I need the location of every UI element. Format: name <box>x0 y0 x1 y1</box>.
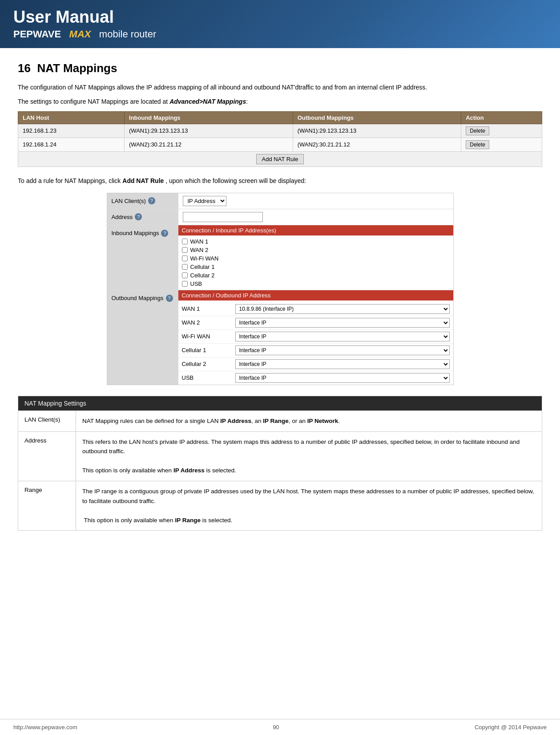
settings-desc-lan: NAT Mapping rules can be defined for a s… <box>76 410 542 431</box>
inbound-wifi-checkbox[interactable] <box>182 256 188 261</box>
outbound-cell2-select[interactable]: Interface IP <box>235 359 450 369</box>
inbound-cell1-checkbox[interactable] <box>182 264 188 270</box>
nat-settings-table: NAT Mapping Settings LAN Client(s) NAT M… <box>18 396 542 531</box>
settings-desc-address: This refers to the LAN host's private IP… <box>76 431 542 481</box>
outbound-cell2-select-wrap: Interface IP <box>235 359 450 369</box>
settings-row-lan-clients: LAN Client(s) NAT Mapping rules can be d… <box>18 410 542 431</box>
page-footer: http://www.pepwave.com 90 Copyright @ 20… <box>0 719 560 735</box>
outbound-cell2-row: Cellular 2 Interface IP <box>178 357 453 371</box>
outbound-cell1-select[interactable]: Interface IP <box>235 345 450 355</box>
address-input[interactable] <box>183 212 263 222</box>
table-row: 192.168.1.23 (WAN1):29.123.123.13 (WAN1)… <box>18 124 542 138</box>
inbound-wan1-checkbox[interactable] <box>182 239 188 244</box>
inbound-usb-row: USB <box>178 280 453 290</box>
col-outbound: Outbound Mappings <box>293 111 461 124</box>
content-outbound: Connection / Outbound IP Address WAN 1 1… <box>178 290 453 385</box>
inbound-wifi-row: Wi-Fi WAN <box>178 254 453 263</box>
inbound-wan2-label: WAN 2 <box>190 247 209 253</box>
inbound-wan1-label: WAN 1 <box>190 238 209 245</box>
inbound-usb-checkbox[interactable] <box>182 281 188 287</box>
settings-label-address: Address <box>18 431 76 481</box>
lan-clients-select[interactable]: IP Address <box>183 196 226 206</box>
label-lan-clients: LAN Client(s) ? <box>107 193 178 209</box>
col-action: Action <box>461 111 542 124</box>
help-icon-outbound[interactable]: ? <box>166 295 173 302</box>
intro-text-part: The settings to configure NAT Mappings a… <box>18 98 169 105</box>
outbound-usb-select-wrap: Interface IP <box>235 373 450 383</box>
settings-header-row: NAT Mapping Settings <box>18 396 542 410</box>
outbound-wan2-select-wrap: Interface IP <box>235 318 450 328</box>
content-address <box>178 209 453 225</box>
outbound-wan2-label: WAN 2 <box>182 319 235 326</box>
settings-label-lan: LAN Client(s) <box>18 410 76 431</box>
label-address: Address ? <box>107 209 178 225</box>
settings-label-range: Range <box>18 481 76 530</box>
inbound-cell2-checkbox[interactable] <box>182 272 188 278</box>
add-rule-text: To add a rule for NAT Mappings, click Ad… <box>18 176 542 186</box>
add-rule-row: Add NAT Rule <box>18 151 542 166</box>
help-icon-lan[interactable]: ? <box>148 197 155 204</box>
help-icon-address[interactable]: ? <box>135 213 142 220</box>
inbound-usb-label: USB <box>190 280 202 287</box>
outbound-wan1-row: WAN 1 10.8.9.86 (Interface IP) <box>178 302 453 316</box>
form-row-lan-clients: LAN Client(s) ? IP Address <box>107 193 453 209</box>
form-row-outbound: Outbound Mappings ? Connection / Outboun… <box>107 290 453 385</box>
outbound-wifi-label: Wi-Fi WAN <box>182 333 235 340</box>
outbound-wan1-select[interactable]: 10.8.9.86 (Interface IP) <box>235 304 450 314</box>
outbound-wifi-select[interactable]: Interface IP <box>235 332 450 341</box>
content-inbound: Connection / Inbound IP Address(es) WAN … <box>178 225 453 290</box>
delete-button-1[interactable]: Delete <box>466 126 489 135</box>
inbound-cell2-label: Cellular 2 <box>190 272 215 279</box>
inbound-cell: (WAN1):29.123.123.13 <box>125 124 293 138</box>
manual-subtitle: PEPWAVE MAX mobile router <box>13 28 547 40</box>
outbound-cell: (WAN1):29.123.123.13 <box>293 124 461 138</box>
footer-url: http://www.pepwave.com <box>13 724 77 731</box>
outbound-wifi-select-wrap: Interface IP <box>235 332 450 341</box>
outbound-wan1-select-wrap: 10.8.9.86 (Interface IP) <box>235 304 450 314</box>
inbound-cell1-label: Cellular 1 <box>190 264 215 270</box>
outbound-section-header: Connection / Outbound IP Address <box>178 290 453 300</box>
col-inbound: Inbound Mappings <box>125 111 293 124</box>
outbound-wan2-select[interactable]: Interface IP <box>235 318 450 328</box>
outbound-cell1-select-wrap: Interface IP <box>235 345 450 355</box>
form-row-address: Address ? <box>107 209 453 225</box>
manual-title: User Manual <box>13 8 547 27</box>
outbound-cell: (WAN2):30.21.21.12 <box>293 138 461 151</box>
settings-row-range: Range The IP range is a contiguous group… <box>18 481 542 530</box>
settings-row-address: Address This refers to the LAN host's pr… <box>18 431 542 481</box>
intro-paragraph2: The settings to configure NAT Mappings a… <box>18 97 542 106</box>
help-icon-inbound[interactable]: ? <box>161 230 168 237</box>
col-lan-host: LAN Host <box>18 111 125 124</box>
outbound-usb-select[interactable]: Interface IP <box>235 373 450 383</box>
inbound-wan1-row: WAN 1 <box>178 237 453 246</box>
outbound-usb-label: USB <box>182 374 235 381</box>
inbound-wan2-checkbox[interactable] <box>182 247 188 253</box>
footer-copyright: Copyright @ 2014 Pepwave <box>475 724 547 731</box>
add-nat-rule-button[interactable]: Add NAT Rule <box>256 154 304 164</box>
main-content: 16 NAT Mappings The configuration of NAT… <box>0 48 560 544</box>
inbound-wifi-label: Wi-Fi WAN <box>190 255 219 262</box>
nat-form: LAN Client(s) ? IP Address Address ? <box>107 193 454 385</box>
section-title: 16 NAT Mappings <box>18 61 542 75</box>
delete-button-2[interactable]: Delete <box>466 140 489 149</box>
form-row-inbound: Inbound Mappings ? Connection / Inbound … <box>107 225 453 290</box>
brand-name: PEPWAVE <box>13 28 61 40</box>
lan-host-cell: 192.168.1.23 <box>18 124 125 138</box>
table-row: 192.168.1.24 (WAN2):30.21.21.12 (WAN2):3… <box>18 138 542 151</box>
outbound-cell1-row: Cellular 1 Interface IP <box>178 344 453 357</box>
lan-host-cell: 192.168.1.24 <box>18 138 125 151</box>
outbound-usb-row: USB Interface IP <box>178 371 453 385</box>
outbound-cell2-label: Cellular 2 <box>182 361 235 367</box>
content-lan-clients: IP Address <box>178 193 453 209</box>
product-name: MAX <box>69 28 91 40</box>
label-outbound: Outbound Mappings ? <box>107 290 178 385</box>
outbound-wan1-label: WAN 1 <box>182 305 235 312</box>
settings-header-cell: NAT Mapping Settings <box>18 396 542 410</box>
page-header: User Manual PEPWAVE MAX mobile router <box>0 0 560 48</box>
inbound-section-header: Connection / Inbound IP Address(es) <box>178 225 453 236</box>
subtitle-rest: mobile router <box>99 28 156 40</box>
action-cell: Delete <box>461 138 542 151</box>
action-cell: Delete <box>461 124 542 138</box>
footer-page: 90 <box>273 724 279 731</box>
intro-paragraph1: The configuration of NAT Mappings allows… <box>18 82 542 92</box>
